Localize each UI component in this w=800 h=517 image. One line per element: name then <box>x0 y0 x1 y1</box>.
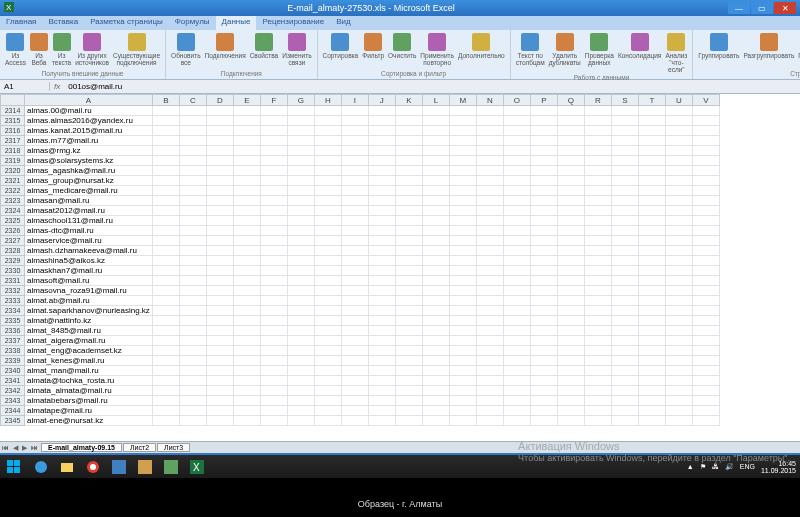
cell[interactable] <box>152 356 179 366</box>
cell[interactable] <box>611 316 638 326</box>
cell[interactable] <box>260 136 287 146</box>
col-header-T[interactable]: T <box>638 95 665 106</box>
cell[interactable] <box>287 206 314 216</box>
cell[interactable] <box>530 116 557 126</box>
cell[interactable] <box>476 276 503 286</box>
cell[interactable] <box>314 206 341 216</box>
cell[interactable] <box>611 346 638 356</box>
cell[interactable]: almat_man@mail.ru <box>25 366 153 376</box>
cell[interactable] <box>530 226 557 236</box>
cell[interactable] <box>692 356 719 366</box>
cell[interactable] <box>287 136 314 146</box>
cell[interactable] <box>206 216 233 226</box>
cell[interactable] <box>206 246 233 256</box>
ribbon-cmd-1-0[interactable]: Обновить все <box>170 32 201 67</box>
cell[interactable] <box>638 386 665 396</box>
formula-bar[interactable]: 001os@mail.ru <box>64 82 800 91</box>
taskbar-explorer-icon[interactable] <box>54 457 80 477</box>
cell[interactable] <box>584 386 611 396</box>
cell[interactable] <box>368 326 395 336</box>
name-box[interactable]: A1 <box>0 82 50 91</box>
cell[interactable] <box>206 136 233 146</box>
row-header[interactable]: 2328 <box>1 246 25 256</box>
minimize-button[interactable]: — <box>728 2 750 14</box>
cell[interactable] <box>692 296 719 306</box>
cell[interactable] <box>152 416 179 426</box>
cell[interactable] <box>557 236 584 246</box>
cell[interactable] <box>287 256 314 266</box>
cell[interactable] <box>314 246 341 256</box>
fx-icon[interactable]: fx <box>50 82 64 91</box>
cell[interactable] <box>449 296 476 306</box>
cell[interactable] <box>449 146 476 156</box>
cell[interactable] <box>260 406 287 416</box>
cell[interactable] <box>260 286 287 296</box>
cell[interactable] <box>449 136 476 146</box>
cell[interactable] <box>638 366 665 376</box>
cell[interactable] <box>530 236 557 246</box>
cell[interactable] <box>368 296 395 306</box>
cell[interactable] <box>422 276 449 286</box>
cell[interactable] <box>638 316 665 326</box>
cell[interactable] <box>665 216 692 226</box>
cell[interactable]: almat.saparkhanov@nurleasing.kz <box>25 306 153 316</box>
row-header[interactable]: 2329 <box>1 256 25 266</box>
cell[interactable] <box>395 286 422 296</box>
col-header-N[interactable]: N <box>476 95 503 106</box>
cell[interactable] <box>233 226 260 236</box>
ribbon-cmd-2-3[interactable]: Применить повторно <box>419 32 455 67</box>
cell[interactable] <box>368 336 395 346</box>
cell[interactable] <box>260 306 287 316</box>
cell[interactable] <box>422 406 449 416</box>
cell[interactable] <box>530 126 557 136</box>
sheet-nav-last[interactable]: ⏭ <box>29 444 40 451</box>
cell[interactable] <box>449 416 476 426</box>
cell[interactable] <box>260 166 287 176</box>
cell[interactable] <box>395 326 422 336</box>
cell[interactable] <box>449 236 476 246</box>
cell[interactable] <box>206 406 233 416</box>
cell[interactable] <box>314 346 341 356</box>
cell[interactable] <box>557 156 584 166</box>
cell[interactable] <box>341 286 368 296</box>
cell[interactable] <box>422 106 449 116</box>
cell[interactable] <box>611 196 638 206</box>
cell[interactable] <box>530 386 557 396</box>
cell[interactable] <box>341 136 368 146</box>
cell[interactable] <box>179 276 206 286</box>
cell[interactable] <box>665 126 692 136</box>
cell[interactable] <box>611 336 638 346</box>
cell[interactable] <box>341 226 368 236</box>
cell[interactable] <box>692 386 719 396</box>
cell[interactable] <box>260 396 287 406</box>
start-button[interactable] <box>0 455 28 478</box>
sheet-tab-1[interactable]: Лист2 <box>123 443 156 452</box>
cell[interactable] <box>260 346 287 356</box>
cell[interactable] <box>611 406 638 416</box>
cell[interactable] <box>206 166 233 176</box>
cell[interactable] <box>584 346 611 356</box>
col-header-P[interactable]: P <box>530 95 557 106</box>
cell[interactable] <box>152 156 179 166</box>
cell[interactable] <box>179 146 206 156</box>
cell[interactable] <box>692 206 719 216</box>
col-header-M[interactable]: M <box>449 95 476 106</box>
cell[interactable] <box>503 276 530 286</box>
cell[interactable] <box>206 106 233 116</box>
cell[interactable] <box>611 416 638 426</box>
cell[interactable] <box>503 166 530 176</box>
cell[interactable] <box>530 266 557 276</box>
cell[interactable] <box>422 176 449 186</box>
cell[interactable]: almasat2012@mail.ru <box>25 206 153 216</box>
cell[interactable] <box>449 286 476 296</box>
cell[interactable] <box>638 296 665 306</box>
ribbon-tab-4[interactable]: Данные <box>216 16 257 30</box>
cell[interactable]: almasovna_roza91@mail.ru <box>25 286 153 296</box>
cell[interactable] <box>179 406 206 416</box>
cell[interactable] <box>449 116 476 126</box>
cell[interactable] <box>152 126 179 136</box>
cell[interactable] <box>206 156 233 166</box>
cell[interactable] <box>341 176 368 186</box>
sheet-nav-first[interactable]: ⏮ <box>0 444 11 451</box>
cell[interactable] <box>314 296 341 306</box>
